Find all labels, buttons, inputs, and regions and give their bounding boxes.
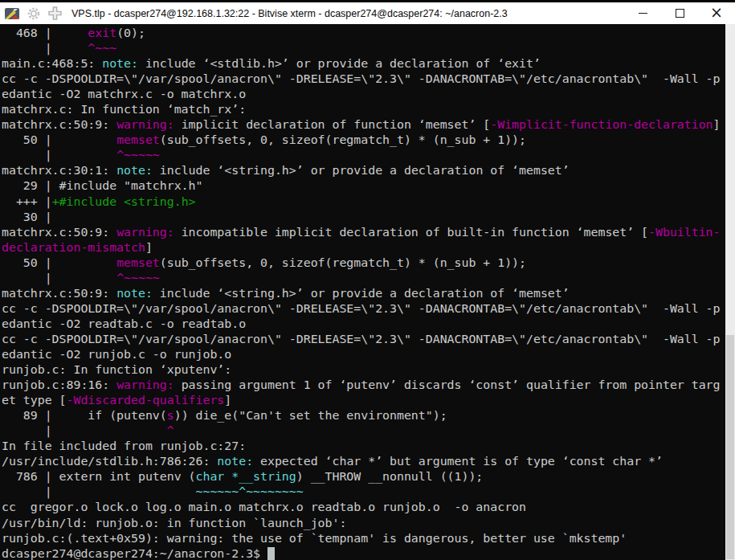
- terminal-line: cc -c -DSPOOLDIR=\"/var/spool/anacron\" …: [2, 332, 725, 347]
- minimize-button[interactable]: [624, 2, 661, 24]
- close-button[interactable]: ×: [698, 2, 735, 24]
- close-icon: ×: [710, 5, 723, 20]
- terminal-line: 29 | #include "matchrx.h": [2, 178, 725, 194]
- terminal-line: et type [-Wdiscarded-qualifiers]: [2, 393, 725, 408]
- title-bar: VPS.tlp - dcasper274@192.168.1.32:22 - B…: [0, 2, 735, 24]
- bitvise-app-icon[interactable]: [5, 8, 19, 19]
- terminal-line: cc -c -DSPOOLDIR=\"/var/spool/anacron\" …: [2, 72, 725, 87]
- terminal-line: | ^: [2, 423, 725, 439]
- window-controls: ×: [624, 2, 735, 24]
- window-title: VPS.tlp - dcasper274@192.168.1.32:22 - B…: [71, 8, 508, 19]
- terminal-line: runjob.c:(.text+0x59): warning: the use …: [2, 531, 725, 546]
- terminal-line: cc gregor.o lock.o log.o main.o matchrx.…: [2, 500, 725, 515]
- terminal-line: /usr/include/stdlib.h:786:26: note: expe…: [2, 454, 725, 469]
- terminal-line: /usr/bin/ld: runjob.o: in function `laun…: [2, 516, 725, 531]
- terminal-line: +++ |+#include <string.h>: [2, 194, 725, 210]
- terminal-line: edantic -O2 runjob.c -o runjob.o: [2, 347, 725, 362]
- gear-icon[interactable]: [27, 6, 41, 21]
- terminal-line: matchrx.c:50:9: note: include ‘<string.h…: [2, 286, 725, 301]
- new-terminal-plus-icon[interactable]: [48, 6, 62, 20]
- terminal-line: 50 | memset(sub_offsets, 0, sizeof(regma…: [2, 255, 725, 271]
- terminal-line: 786 | extern int putenv (char *__string)…: [2, 469, 725, 484]
- terminal-line: 50 | memset(sub_offsets, 0, sizeof(regma…: [2, 133, 725, 148]
- terminal-line: declaration-mismatch]: [2, 240, 725, 255]
- terminal-line: In file included from runjob.c:27:: [2, 439, 725, 454]
- terminal-line: cc -c -DSPOOLDIR=\"/var/spool/anacron\" …: [2, 301, 725, 317]
- terminal-line: 30 |: [2, 210, 725, 225]
- terminal-line: | ^~~~~~: [2, 271, 725, 286]
- terminal-line: | ^~~~: [2, 41, 725, 56]
- terminal-line: 89 | if (putenv(s)) die_e("Can't set the…: [2, 408, 725, 423]
- terminal-line: matchrx.c:50:9: warning: implicit declar…: [2, 117, 725, 133]
- terminal-line: | ~~~~~~^~~~~~~~~: [2, 484, 725, 500]
- terminal-line: matchrx.c:30:1: note: include ‘<string.h…: [2, 163, 725, 178]
- maximize-button[interactable]: [661, 2, 698, 24]
- terminal-line: edantic -O2 matchrx.c -o matchrx.o: [2, 87, 725, 102]
- terminal-scrollbar[interactable]: [725, 24, 735, 560]
- terminal-line: runjob.c: In function ‘xputenv’:: [2, 362, 725, 378]
- terminal-line: matchrx.c: In function ‘match_rx’:: [2, 102, 725, 117]
- terminal-line: matchrx.c:50:9: warning: incompatible im…: [2, 225, 725, 240]
- terminal-line: runjob.c:89:16: warning: passing argumen…: [2, 378, 725, 393]
- scrollbar-thumb[interactable]: [726, 335, 734, 559]
- terminal-line: main.c:468:5: note: include ‘<stdlib.h>’…: [2, 56, 725, 72]
- minimize-icon: [639, 13, 647, 14]
- terminal-line: | ^~~~~~: [2, 148, 725, 163]
- terminal-line: edantic -O2 readtab.c -o readtab.o: [2, 317, 725, 332]
- terminal-line: dcasper274@dcasper274:~/anacron-2.3$: [2, 546, 725, 560]
- terminal-cursor: [267, 547, 275, 560]
- terminal-screen[interactable]: 468 | exit(0); | ^~~~main.c:468:5: note:…: [0, 24, 725, 560]
- maximize-icon: [676, 9, 684, 18]
- terminal-line: 468 | exit(0);: [2, 26, 725, 41]
